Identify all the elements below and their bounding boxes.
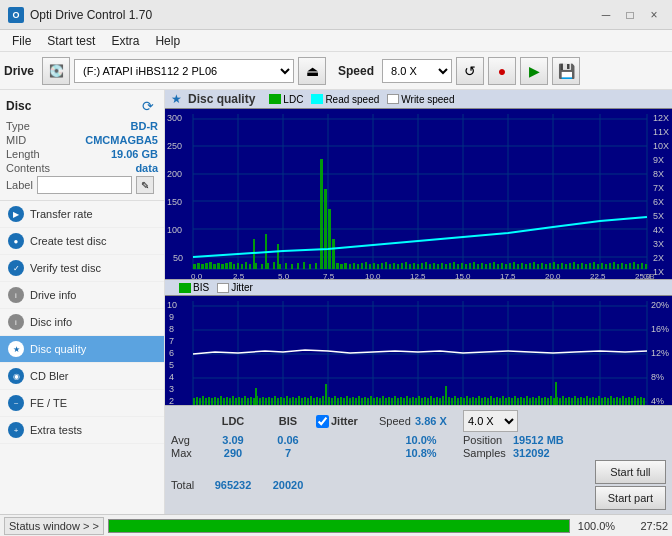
- svg-rect-135: [597, 264, 599, 269]
- svg-rect-315: [565, 398, 567, 405]
- svg-rect-208: [244, 396, 246, 405]
- svg-rect-101: [461, 263, 463, 269]
- svg-rect-86: [401, 263, 403, 269]
- svg-rect-195: [205, 398, 207, 405]
- minimize-button[interactable]: ─: [596, 5, 616, 25]
- speed-quality-selector[interactable]: 4.0 X: [463, 410, 518, 432]
- menu-start-test[interactable]: Start test: [39, 32, 103, 50]
- drive-selector[interactable]: (F:) ATAPI iHBS112 2 PL06: [74, 59, 294, 83]
- svg-rect-196: [208, 397, 210, 405]
- menu-file[interactable]: File: [4, 32, 39, 50]
- svg-rect-129: [573, 262, 575, 269]
- refresh-button[interactable]: ↺: [456, 57, 484, 85]
- svg-rect-94: [433, 263, 435, 269]
- jitter-checkbox[interactable]: [316, 415, 329, 428]
- svg-rect-104: [473, 262, 475, 269]
- menu-help[interactable]: Help: [147, 32, 188, 50]
- eject-button[interactable]: ⏏: [298, 57, 326, 85]
- svg-rect-211: [253, 398, 255, 405]
- svg-rect-87: [405, 262, 407, 269]
- svg-rect-245: [355, 398, 357, 405]
- status-window-button[interactable]: Status window > >: [4, 517, 104, 535]
- svg-rect-200: [220, 396, 222, 405]
- sidebar-item-cd-bler[interactable]: ◉ CD Bler: [0, 363, 164, 390]
- media-button[interactable]: ▶: [520, 57, 548, 85]
- svg-rect-136: [601, 263, 603, 269]
- svg-rect-334: [622, 396, 624, 405]
- svg-rect-285: [475, 398, 477, 405]
- svg-rect-201: [223, 398, 225, 405]
- app-icon: O: [8, 7, 24, 23]
- bottom-chart-container: 10 9 8 7 6 5 4 3 2 20% 16% 12% 8% 4%: [165, 296, 672, 405]
- speed-selector[interactable]: 8.0 X: [382, 59, 452, 83]
- svg-rect-37: [193, 264, 196, 269]
- svg-rect-81: [381, 263, 383, 269]
- disc-button[interactable]: ●: [488, 57, 516, 85]
- disc-label-icon[interactable]: ✎: [136, 176, 154, 194]
- svg-rect-66: [297, 263, 299, 269]
- svg-rect-227: [301, 398, 303, 405]
- svg-rect-290: [490, 396, 492, 405]
- sidebar-item-extra-tests-label: Extra tests: [30, 424, 82, 436]
- window-controls: ─ □ ×: [596, 5, 664, 25]
- svg-text:10.0: 10.0: [365, 404, 381, 405]
- disc-panel-title: Disc: [6, 99, 31, 113]
- sidebar-item-disc-quality[interactable]: ★ Disc quality: [0, 336, 164, 363]
- sidebar-item-drive-info[interactable]: i Drive info: [0, 282, 164, 309]
- title-bar: O Opti Drive Control 1.70 ─ □ ×: [0, 0, 672, 30]
- close-button[interactable]: ×: [644, 5, 664, 25]
- svg-rect-105: [477, 264, 479, 269]
- sidebar-item-fe-te[interactable]: ~ FE / TE: [0, 390, 164, 417]
- sidebar-item-extra-tests[interactable]: + Extra tests: [0, 417, 164, 444]
- svg-rect-303: [529, 398, 531, 405]
- svg-rect-119: [533, 262, 535, 269]
- sidebar-item-disc-info-label: Disc info: [30, 316, 72, 328]
- svg-rect-330: [610, 396, 612, 405]
- svg-rect-305: [535, 398, 537, 405]
- svg-text:5: 5: [169, 360, 174, 370]
- maximize-button[interactable]: □: [620, 5, 640, 25]
- start-part-button[interactable]: Start part: [595, 486, 666, 510]
- sidebar-item-verify-test-disc[interactable]: ✓ Verify test disc: [0, 255, 164, 282]
- sidebar-item-disc-info[interactable]: i Disc info: [0, 309, 164, 336]
- sidebar-item-create-test-disc[interactable]: ● Create test disc: [0, 228, 164, 255]
- toolbar: Drive 💽 (F:) ATAPI iHBS112 2 PL06 ⏏ Spee…: [0, 52, 672, 90]
- top-chart-container: 300 250 200 150 100 50 12X 11X 10X 9X 8X…: [165, 109, 672, 279]
- svg-rect-102: [465, 264, 467, 269]
- svg-rect-291: [493, 398, 495, 405]
- svg-rect-57: [245, 262, 247, 269]
- drive-icon-btn[interactable]: 💽: [42, 57, 70, 85]
- svg-rect-45: [225, 263, 228, 269]
- main-layout: Disc ⟳ Type BD-R MID CMCMAGBA5 Length 19…: [0, 90, 672, 514]
- svg-rect-225: [295, 398, 297, 405]
- save-button[interactable]: 💾: [552, 57, 580, 85]
- svg-rect-333: [619, 398, 621, 405]
- svg-rect-62: [273, 262, 275, 269]
- svg-rect-329: [607, 398, 609, 405]
- start-full-button[interactable]: Start full: [595, 460, 666, 484]
- svg-rect-239: [337, 398, 339, 405]
- svg-rect-39: [201, 264, 204, 269]
- disc-contents-label: Contents: [6, 162, 50, 174]
- svg-rect-246: [358, 396, 360, 405]
- menu-extra[interactable]: Extra: [103, 32, 147, 50]
- svg-rect-142: [625, 264, 627, 269]
- fe-te-icon: ~: [8, 395, 24, 411]
- svg-rect-93: [429, 264, 431, 269]
- svg-rect-120: [537, 264, 539, 269]
- svg-rect-314: [562, 396, 564, 405]
- svg-text:300: 300: [167, 113, 182, 123]
- svg-rect-216: [268, 397, 270, 405]
- progress-text: 100.0%: [574, 520, 619, 532]
- legend-write-speed: Write speed: [387, 94, 454, 105]
- svg-rect-202: [226, 397, 228, 405]
- svg-text:2.5: 2.5: [233, 272, 245, 279]
- svg-rect-335: [625, 398, 627, 405]
- sidebar-item-transfer-rate[interactable]: ▶ Transfer rate: [0, 201, 164, 228]
- disc-refresh-button[interactable]: ⟳: [138, 96, 158, 116]
- svg-rect-103: [469, 263, 471, 269]
- svg-text:8%: 8%: [651, 372, 664, 382]
- disc-label-input[interactable]: [37, 176, 132, 194]
- svg-rect-79: [373, 263, 375, 269]
- svg-rect-223: [289, 398, 291, 405]
